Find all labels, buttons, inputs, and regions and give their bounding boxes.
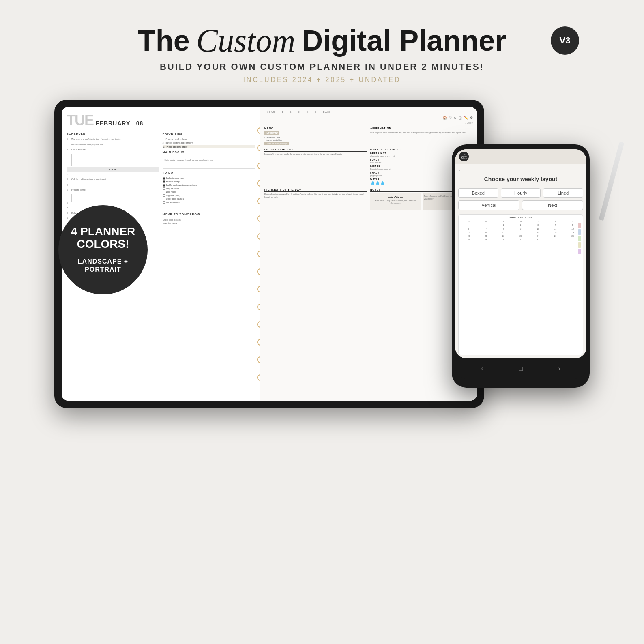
todo-3: Call for roofinspecting appointment (163, 184, 255, 187)
quote-box: quote of the day "What you do today can … (370, 193, 421, 210)
title-custom: Custom (196, 24, 296, 57)
includes-text: INCLUDES 2024 + 2025 + UNDATED (243, 76, 401, 84)
devices-container: TUE FEBRUARY | 08 SCHEDULE 6 Wake up and… (38, 92, 606, 517)
full-date: FEBRUARY | 08 (96, 120, 143, 127)
phone-calendar-preview: JANUARY 2025 S M T W T F S 1 2 (458, 214, 583, 355)
memo-section: MEMO IMPORTANT - call dentist back - sto… (264, 127, 367, 145)
priority-1: 1. -Book tickets for show (163, 138, 255, 140)
overlay-orientation-text: LANDSCAPE + PORTRAIT (78, 258, 128, 275)
planner-date-header: TUE FEBRUARY | 08 (67, 112, 255, 129)
time-slot-5: 5 Prepare dinner (67, 189, 159, 191)
todo-9 (163, 204, 255, 207)
todo-1: Call auto shop back (163, 177, 255, 180)
schedule-title: SCHEDULE (67, 132, 159, 136)
phone-home-btn[interactable]: □ (519, 365, 523, 372)
time-slot-7: 7 Make smoothie and prepare lunch (67, 143, 159, 146)
layout-btn-boxed[interactable]: Boxed (458, 188, 498, 198)
cal-grid: S M T W T F S 1 2 3 4 (460, 220, 581, 241)
stylus (599, 141, 624, 221)
grateful-text: Im grateful to be surrounded by amazing … (264, 153, 367, 156)
phone-content: ← Choose your weekly layout Boxed Hourly… (455, 164, 586, 358)
cal-color-tabs (578, 223, 581, 254)
todo-5: Dust house (163, 191, 255, 193)
planner-right-grid: MEMO IMPORTANT - call dentist back - sto… (264, 127, 473, 210)
layout-btn-next[interactable]: Next (522, 200, 583, 210)
overlay-colors-text: 4 PLANNER COLORS! (71, 225, 135, 251)
main-container: The Custom Digital Planner V3 BUILD YOUR… (0, 0, 644, 644)
priority-2: 2. -cancel doctors appointment (163, 142, 255, 144)
title-section: The Custom Digital Planner V3 (0, 24, 644, 57)
layout-btn-lined[interactable]: Lined (543, 188, 583, 198)
time-slot-6: 6 Wake up and do 10 minutes of morning m… (67, 138, 159, 141)
time-slot-4: 4 (67, 184, 159, 186)
priorities-col: PRIORITIES 1. -Book tickets for show 2. … (163, 132, 255, 392)
todo-8: Donate clothes (163, 201, 255, 204)
affirmation-text: I am eager to have a wonderful day and l… (370, 131, 473, 134)
cal-header: JANUARY 2025 (460, 216, 581, 219)
choose-layout-title: Choose your weekly layout (484, 176, 558, 182)
todo-4: Drop off return (163, 187, 255, 190)
todo-10 (163, 208, 255, 211)
subtitle: BUILD YOUR OWN CUSTOM PLANNER IN UNDER 2… (160, 62, 484, 72)
overlay-divider (87, 254, 119, 254)
right-icons-row: 🏠 ♡ ⊕ ⓘ ✏️ ⚙ (264, 116, 473, 120)
title-line: The Custom Digital Planner V3 (0, 24, 644, 57)
layout-btn-vertical[interactable]: Vertical (458, 200, 519, 210)
day-abbr: TUE (67, 112, 93, 129)
phone-forward-btn[interactable]: › (558, 365, 560, 372)
gym-badge: GYM (67, 167, 159, 172)
todo-7: Order dogs leashes (163, 197, 255, 200)
priority-3: 3. -Place grocery order (163, 145, 255, 148)
time-slot-6b: 6 (67, 202, 159, 204)
quote-author: -Anonymous (373, 202, 419, 204)
quote-text: "What you do today can improve all your … (373, 200, 419, 202)
phone-top-bar: ThePlanningAuthority (455, 149, 586, 164)
right-tabs: YEAR 1 2 3 4 5 DASH (264, 110, 473, 114)
phone-device: ThePlanningAuthority ← Choose your weekl… (452, 144, 590, 388)
phone-logo: ThePlanningAuthority (459, 152, 469, 161)
highlight-section: HIGHLIGHT OF THE DAY Enjoyed getting to … (264, 189, 367, 210)
v3-badge: V3 (551, 26, 579, 55)
title-the: The (138, 26, 190, 55)
layout-buttons-grid: Boxed Hourly Lined (458, 188, 583, 198)
todo-title: TO DO (163, 171, 255, 175)
back-arrow[interactable]: ← (458, 167, 463, 173)
todo-2: Book oil change (163, 180, 255, 183)
planner-right: YEAR 1 2 3 4 5 DASH 🏠 ♡ ⊕ ⓘ ✏️ ⚙ (260, 107, 477, 401)
memo-important-badge: IMPORTANT (264, 131, 279, 135)
grateful-section: I'M GRATEFUL FOR Im grateful to be surro… (264, 148, 367, 185)
overlay-circle: 4 PLANNER COLORS! LANDSCAPE + PORTRAIT (58, 205, 148, 294)
main-focus-title: MAIN FOCUS (163, 151, 255, 155)
layout-btn-hourly[interactable]: Hourly (501, 188, 541, 198)
phone-screen: ThePlanningAuthority ← Choose your weekl… (455, 149, 586, 358)
time-slot-8: 8 Leave for work (67, 148, 159, 151)
phone-back-btn[interactable]: ‹ (481, 365, 483, 372)
phone-bottom-bar: ‹ □ › (455, 358, 586, 379)
affirmation-section: AFFIRMATION I am eager to have a wonderf… (370, 127, 473, 145)
title-digital-planner: Digital Planner (302, 26, 506, 55)
highlight-text: Enjoyed getting to spend lunch visiting … (264, 193, 367, 199)
layout-btn-row2: Vertical Next (458, 200, 583, 210)
todo-6: Organize pantry (163, 194, 255, 197)
main-focus-box: Finish project paperwork and prepare env… (163, 157, 255, 169)
time-slot-3: 3 Call for roofinspecting appointment (67, 178, 159, 181)
move-tomorrow-title: MOVE TO TOMORROW (163, 213, 255, 217)
time-slot-2: 2 (67, 173, 159, 176)
priorities-title: PRIORITIES (163, 132, 255, 136)
